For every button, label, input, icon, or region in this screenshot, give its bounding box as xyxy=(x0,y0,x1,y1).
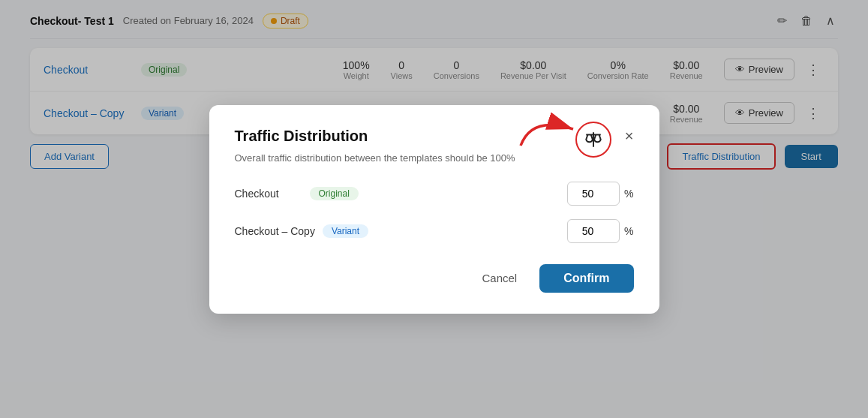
scale-icon-wrapper xyxy=(575,122,611,158)
modal-original-tag: Original xyxy=(310,187,359,200)
percent-label-2: % xyxy=(624,225,633,237)
traffic-distribution-modal: Traffic Distribution xyxy=(209,105,659,314)
modal-row-1: Checkout Original % xyxy=(235,182,634,206)
modal-close-button[interactable]: × xyxy=(625,128,634,145)
scale-icon-circle xyxy=(575,122,611,158)
modal-subtitle: Overall traffic distribution between the… xyxy=(235,152,634,164)
modal-header: Traffic Distribution xyxy=(235,128,634,145)
checkout-weight-input[interactable] xyxy=(567,182,620,206)
modal-input-group-2: % xyxy=(567,219,633,243)
cancel-button[interactable]: Cancel xyxy=(468,264,530,293)
modal-variant-name-1: Checkout xyxy=(235,188,302,200)
modal-overlay: Traffic Distribution xyxy=(0,0,868,418)
copy-weight-input[interactable] xyxy=(567,219,620,243)
modal-title: Traffic Distribution xyxy=(235,128,634,145)
modal-footer: Cancel Confirm xyxy=(235,264,634,293)
page-background: Checkout- Test 1 Created on February 16,… xyxy=(0,0,868,418)
modal-input-group-1: % xyxy=(567,182,633,206)
percent-label-1: % xyxy=(624,188,633,200)
confirm-button[interactable]: Confirm xyxy=(539,264,633,293)
modal-header-container: Traffic Distribution xyxy=(235,128,634,145)
modal-variant-name-2: Checkout – Copy xyxy=(235,225,315,237)
modal-variant-tag: Variant xyxy=(323,224,368,238)
modal-row-2: Checkout – Copy Variant % xyxy=(235,219,634,243)
scale-icon xyxy=(584,130,603,149)
scale-icon-area xyxy=(575,122,611,158)
